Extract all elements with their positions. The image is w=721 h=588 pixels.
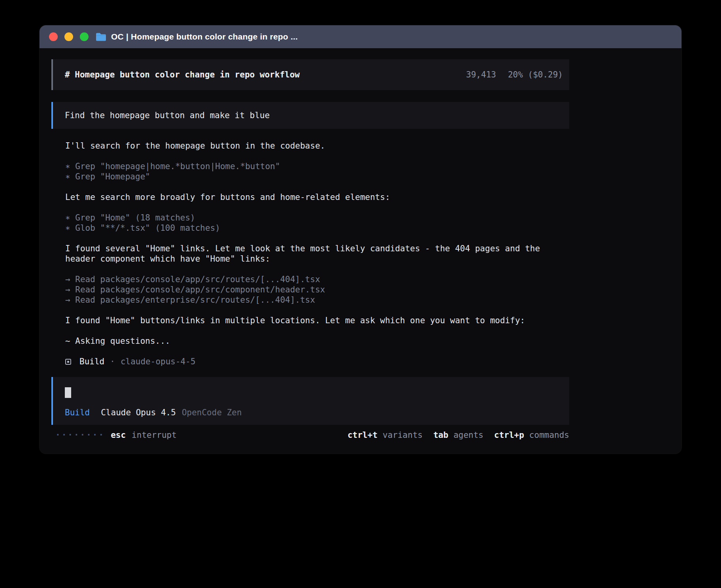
- shortcut-agents: tabagents: [433, 430, 483, 440]
- shortcut-key: ctrl+t: [347, 430, 377, 440]
- dots-spinner-icon: ········: [55, 430, 105, 440]
- agent-status-line: Build·claude-opus-4-5: [65, 356, 569, 367]
- tool-call-line: → Read packages/console/app/src/routes/[…: [65, 274, 569, 285]
- assistant-message: Let me search more broadly for buttons a…: [65, 192, 569, 202]
- shortcut-label: commands: [529, 430, 569, 440]
- prompt-input[interactable]: Build Claude Opus 4.5 OpenCode Zen: [51, 377, 569, 425]
- assistant-message: I found several "Home" links. Let me loo…: [65, 243, 569, 264]
- agent-model: claude-opus-4-5: [121, 356, 196, 367]
- close-button[interactable]: [49, 32, 58, 41]
- text-cursor: [65, 387, 71, 398]
- tool-call-line: → Read packages/enterprise/src/routes/[.…: [65, 295, 569, 305]
- token-count: 39,413: [466, 70, 496, 80]
- tool-call-line: → Read packages/console/app/src/componen…: [65, 285, 569, 295]
- tool-call-line: ∗ Grep "Home" (18 matches): [65, 213, 569, 223]
- agent-mode-label: Build: [65, 407, 90, 418]
- tool-call-line: ∗ Glob "**/*.tsx" (100 matches): [65, 223, 569, 233]
- model-label: Claude Opus 4.5: [101, 407, 176, 418]
- shortcut-key: ctrl+p: [494, 430, 524, 440]
- terminal-content: # Homepage button color change in repo w…: [40, 48, 681, 440]
- window-title: OC | Homepage button color change in rep…: [111, 32, 298, 41]
- shortcut-label: agents: [453, 430, 483, 440]
- traffic-lights: [49, 32, 89, 41]
- input-status-row: Build Claude Opus 4.5 OpenCode Zen: [65, 407, 557, 418]
- shortcut-label: variants: [383, 430, 423, 440]
- shortcut-commands: ctrl+pcommands: [494, 430, 569, 440]
- tool-call-group: → Read packages/console/app/src/routes/[…: [65, 274, 569, 305]
- assistant-message: I'll search for the homepage button in t…: [65, 141, 569, 151]
- square-icon: [65, 359, 71, 365]
- tool-call-line: ∗ Grep "homepage|home.*button|Home.*butt…: [65, 161, 569, 172]
- status-left: ········ esc interrupt: [55, 430, 177, 440]
- session-title: # Homepage button color change in repo w…: [65, 70, 300, 80]
- session-stats: 39,413 20% ($0.29): [466, 70, 563, 80]
- folder-icon: [96, 32, 106, 41]
- minimize-button[interactable]: [64, 32, 73, 41]
- agent-name: Build: [79, 356, 104, 367]
- tool-call-group: ∗ Grep "homepage|home.*button|Home.*butt…: [65, 161, 569, 182]
- shortcut-key: tab: [433, 430, 448, 440]
- tool-call-line: ∗ Grep "Homepage": [65, 172, 569, 182]
- shortcut-variants: ctrl+tvariants: [347, 430, 423, 440]
- keyboard-shortcuts: ctrl+tvariantstabagentsctrl+pcommands: [347, 430, 569, 440]
- tool-call-group: ∗ Grep "Home" (18 matches)∗ Glob "**/*.t…: [65, 213, 569, 233]
- window-titlebar: OC | Homepage button color change in rep…: [40, 25, 681, 48]
- assistant-message: ~ Asking questions...: [65, 336, 569, 346]
- zoom-button[interactable]: [80, 32, 89, 41]
- context-cost: 20% ($0.29): [508, 70, 563, 80]
- separator-dot: ·: [110, 356, 115, 367]
- esc-key-hint: esc: [111, 430, 126, 440]
- provider-label: OpenCode Zen: [182, 407, 242, 418]
- user-message-text: Find the homepage button and make it blu…: [65, 111, 270, 120]
- status-bar: ········ esc interrupt ctrl+tvariantstab…: [51, 430, 569, 440]
- interrupt-label: interrupt: [132, 430, 177, 440]
- conversation-log: I'll search for the homepage button in t…: [51, 141, 569, 367]
- user-message: Find the homepage button and make it blu…: [51, 102, 569, 129]
- session-header: # Homepage button color change in repo w…: [51, 59, 569, 90]
- terminal-window: OC | Homepage button color change in rep…: [40, 25, 681, 454]
- assistant-message: I found "Home" buttons/links in multiple…: [65, 315, 569, 326]
